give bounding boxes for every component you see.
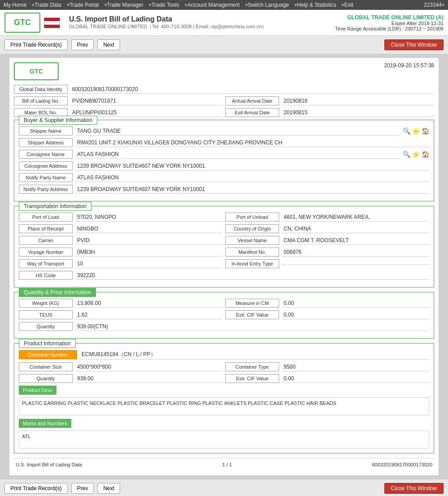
close-button-top[interactable]: Close This Window: [384, 39, 444, 50]
nav-trade-manager[interactable]: Trade Manager: [107, 2, 144, 8]
nav-account-management[interactable]: Account Management: [187, 2, 240, 8]
product-desc-value: PLASTIC EARRING PLASTIC NECKLACE PLASTIC…: [19, 397, 429, 415]
doc-footer: U.S. Import Bill of Lading Data 1 / 1 60…: [14, 458, 434, 471]
vessel-name-label: Vessel Name: [225, 236, 279, 245]
hs-code-value: 392220: [75, 271, 429, 280]
top-nav: My Home ▾ Trade Data ▾ Trade Portal ▾ Tr…: [0, 0, 448, 10]
shipper-home-icon[interactable]: 🏠: [422, 127, 429, 135]
marks-row: Marks and Numbers: [19, 419, 429, 428]
quantity-section: Quantity & Price Information Weight (KG)…: [14, 292, 434, 339]
bottom-toolbar: Print Trade Record(s) Prev Next Close Th…: [0, 479, 448, 496]
print-button-top[interactable]: Print Trade Record(s): [4, 39, 68, 50]
nav-trade-tools[interactable]: Trade Tools: [151, 2, 179, 8]
shipper-name-label: Shipper Name: [19, 126, 73, 135]
container-number-label: Container Number: [19, 350, 77, 359]
company-name: GLOBAL TRADE ONLINE LIMITED (A): [335, 14, 444, 21]
product-desc-label: Product Desc: [19, 386, 56, 395]
consignee-star-icon[interactable]: ⭐: [412, 151, 420, 158]
shipper-address-row: Shipper Address RM#201 UNIT 2 XIAKUNXI V…: [19, 138, 429, 147]
marks-label: Marks and Numbers: [19, 419, 71, 428]
global-data-identity-value: 600320190817000017302​0: [70, 85, 434, 94]
consignee-search-icon[interactable]: 🔍: [403, 151, 410, 158]
us-flag: [44, 17, 60, 28]
buyer-supplier-section: Buyer & Supplier Information Shipper Nam…: [14, 120, 434, 201]
time-range: Time Range Accessible (LDR) : 200712 ~ 2…: [335, 26, 444, 31]
consignee-home-icon[interactable]: 🏠: [422, 151, 429, 158]
next-button-top[interactable]: Next: [97, 39, 120, 50]
actual-arrival-value: 20190816: [282, 97, 434, 105]
consignee-address-row: Consignee Address 1239 BROADWAY SUITE#60…: [19, 161, 429, 170]
nav-switch-language[interactable]: Switch Language: [248, 2, 289, 8]
nav-my-home[interactable]: My Home: [4, 2, 26, 8]
bill-of-lading-label: Bill of Lading No.: [14, 96, 68, 105]
shipper-address-value: RM#201 UNIT 2 XIAKUNXI VILLAGE6 DONGYANG…: [75, 139, 429, 147]
quantity-title: Quantity & Price Information: [19, 288, 96, 297]
logo: GTC: [4, 13, 40, 33]
teus-cif-row: TEUS 1.62 Esti. CIF Value 0.00: [19, 310, 429, 319]
nav-exit[interactable]: Exit: [344, 2, 353, 8]
nav-help-statistics[interactable]: Help & Statistics: [297, 2, 336, 8]
container-type-value: 9500: [282, 363, 429, 371]
place-of-receipt-label: Place of Receipt: [19, 224, 73, 233]
doc-footer-center: 1 / 1: [222, 462, 232, 467]
voyage-number-label: Voyage Number: [19, 248, 73, 257]
container-number-value: ECMU8145184（CN / L / PP）: [80, 350, 429, 360]
nav-trade-data[interactable]: Trade Data: [34, 2, 61, 8]
notify-party-address-row: Notify Party Address 1239 BROADWAY SUITE…: [19, 185, 429, 194]
user-id: 223344: [424, 2, 442, 8]
way-inbond-row: Way of Transport 10 In-bond Entry Type: [19, 259, 429, 268]
port-of-unload-value: 4601, NEW YORK/NEWARK AREA,: [282, 213, 429, 222]
prev-button-bottom[interactable]: Prev: [71, 483, 94, 494]
shipper-name-value: TANG GU TRADE: [75, 127, 400, 135]
product-qty-cif-row: Quantity 939.00 Esti. CIF Value 0.00: [19, 374, 429, 383]
way-of-transport-label: Way of Transport: [19, 259, 73, 268]
page-title: U.S. Import Bill of Lading Data: [69, 15, 335, 23]
inbond-entry-value: [282, 263, 429, 265]
bill-of-lading-value: PVIDNB90701871: [70, 97, 223, 105]
container-size-label: Container Size: [19, 362, 73, 371]
shipper-name-row: Shipper Name TANG GU TRADE 🔍 ⭐ 🏠: [19, 126, 429, 135]
product-esti-cif-label: Esti. CIF Value: [225, 374, 279, 383]
expire-date: Expire After 2019-12-31: [335, 21, 444, 26]
weight-measure-row: Weight (KG) 13,806.00 Measure in CM 0.00: [19, 299, 429, 308]
teus-label: TEUS: [19, 310, 73, 319]
buyer-supplier-title: Buyer & Supplier Information: [19, 116, 97, 125]
inbond-entry-label: In-bond Entry Type: [225, 259, 279, 268]
esti-arrival-label: Esti Arrival Date: [225, 108, 279, 117]
main-document: GTC 2019-09-20 15:57:38 Global Data Iden…: [9, 57, 439, 476]
esti-arrival-value: 20190815: [282, 109, 434, 117]
transportation-section: Transportation Information Port of Load …: [14, 206, 434, 287]
carrier-vessel-row: Carrier PVID Vessel Name CMA CGM T. ROOS…: [19, 236, 429, 245]
consignee-name-row: Consignee Name ATLAS FASHION 🔍 ⭐ 🏠: [19, 150, 429, 159]
prev-button-top[interactable]: Prev: [71, 39, 94, 50]
actual-arrival-label: Actual Arrival Date: [225, 96, 279, 105]
doc-footer-left: U.S. Import Bill of Lading Data: [16, 462, 82, 467]
product-title: Product Information: [19, 339, 76, 348]
marks-value: ATL: [19, 431, 429, 448]
voyage-manifest-row: Voyage Number 0MB3H Manifest No. 006876: [19, 248, 429, 257]
country-of-origin-value: CN, CHINA: [282, 225, 429, 233]
print-button-bottom[interactable]: Print Trade Record(s): [4, 483, 68, 494]
quantity-row: Quantity 939.00(CTN): [19, 322, 429, 331]
manifest-no-value: 006876: [282, 248, 429, 257]
country-of-origin-label: Country of Origin: [225, 224, 279, 233]
nav-trade-portal[interactable]: Trade Portal: [69, 2, 99, 8]
receipt-origin-row: Place of Receipt NINGBO Country of Origi…: [19, 224, 429, 233]
close-button-bottom[interactable]: Close This Window: [384, 483, 444, 494]
container-size-type-row: Container Size 4500*900*800 Container Ty…: [19, 362, 429, 371]
port-of-load-label: Port of Load: [19, 213, 73, 222]
shipper-search-icon[interactable]: 🔍: [403, 127, 410, 135]
next-button-bottom[interactable]: Next: [97, 483, 120, 494]
header-bar: GTC U.S. Import Bill of Lading Data GLOB…: [0, 10, 448, 36]
global-data-identity-label: Global Data Identity: [14, 85, 68, 94]
weight-value: 13,806.00: [75, 299, 223, 308]
manifest-no-label: Manifest No.: [225, 248, 279, 257]
product-quantity-value: 939.00: [75, 374, 223, 383]
consignee-icons: 🔍 ⭐ 🏠: [403, 151, 429, 158]
consignee-address-value: 1239 BROADWAY SUITE#607 NEW YORK NY10001: [75, 162, 429, 170]
shipper-star-icon[interactable]: ⭐: [412, 127, 420, 135]
port-row: Port of Load 57020, NINGPO Port of Unloa…: [19, 213, 429, 222]
measure-cm-label: Measure in CM: [225, 299, 279, 308]
notify-party-name-label: Notify Party Name: [19, 173, 73, 182]
hs-code-row: HS Code 392220: [19, 271, 429, 280]
